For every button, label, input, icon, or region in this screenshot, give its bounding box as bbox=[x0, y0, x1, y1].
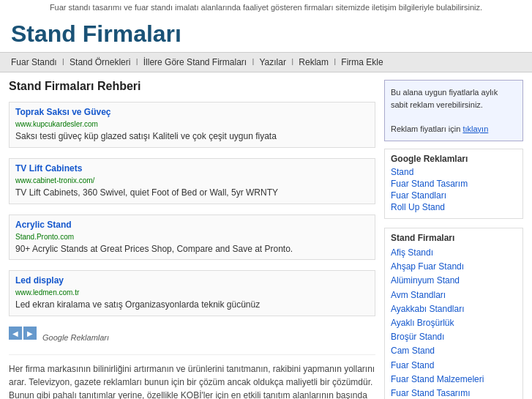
ad-block-4: Led display www.ledmen.com.tr Led ekran … bbox=[9, 270, 375, 316]
ad-3-desc: 90+ Acrylic Stands at Great Prices Shop,… bbox=[15, 243, 369, 256]
ad-1-title-row: Toprak Saksı ve Güveç www.kupcukardesler… bbox=[15, 107, 369, 129]
ad-block-2: TV Lift Cabinets www.cabinet-tronix.com/… bbox=[9, 158, 375, 204]
google-ads-label: Google Reklamları bbox=[42, 333, 109, 342]
right-google-ads-title: Google Reklamları bbox=[391, 154, 517, 164]
promo-link[interactable]: tıklayın bbox=[462, 124, 488, 133]
ad-4-desc: Led ekran kiralama ve satış Organizasyon… bbox=[15, 299, 369, 311]
ads-footer: ◀ ▶ Google Reklamları bbox=[9, 327, 375, 346]
prev-arrow-button[interactable]: ◀ bbox=[9, 327, 22, 340]
sf-link-7[interactable]: Broşür Standı bbox=[391, 330, 517, 344]
sf-link-5[interactable]: Ayakkabı Standları bbox=[391, 302, 517, 316]
right-ad-link-2[interactable]: Fuar Stand Tasarım bbox=[391, 179, 517, 189]
next-arrow-button[interactable]: ▶ bbox=[23, 327, 37, 340]
nav-item-illere-gore[interactable]: İllere Göre Stand Firmaları bbox=[143, 57, 247, 67]
ad-1-url[interactable]: www.kupcukardesler.com bbox=[15, 120, 98, 128]
nav-sep-1: I bbox=[62, 57, 64, 67]
sf-link-11[interactable]: Fuar Stand Tasarımı bbox=[391, 387, 517, 399]
left-column: Stand Firmaları Rehberi Toprak Saksı ve … bbox=[9, 80, 375, 399]
ad-1-title-link[interactable]: Toprak Saksı ve Güveç bbox=[15, 107, 369, 117]
promo-box: Bu alana uygun fiyatlarla aylık sabit re… bbox=[384, 80, 523, 141]
nav-item-firma-ekle[interactable]: Firma Ekle bbox=[341, 57, 383, 67]
ad-2-url[interactable]: www.cabinet-tronix.com/ bbox=[15, 176, 94, 184]
right-column: Bu alana uygun fiyatlarla aylık sabit re… bbox=[384, 80, 523, 399]
ad-1-desc: Saksı testi güveç küp glazed satışı Kali… bbox=[15, 130, 369, 143]
ad-2-desc: TV Lift Cabinets, 360 Swivel, quiet Foot… bbox=[15, 187, 369, 199]
sf-link-9[interactable]: Fuar Stand bbox=[391, 359, 517, 373]
sf-link-8[interactable]: Cam Stand bbox=[391, 344, 517, 358]
stand-firmalari-box: Stand Firmaları Afiş Standı Ahşap Fuar S… bbox=[384, 228, 523, 399]
nav-sep-4: I bbox=[291, 57, 293, 67]
ad-3-url[interactable]: Stand.Pronto.com bbox=[15, 233, 74, 241]
ad-block-1: Toprak Saksı ve Güveç www.kupcukardesler… bbox=[9, 102, 375, 148]
nav-bar: Fuar Standı I Stand Örnekleri I İllere G… bbox=[0, 53, 532, 72]
main-layout: Stand Firmaları Rehberi Toprak Saksı ve … bbox=[0, 72, 532, 399]
promo-text1: Bu alana uygun fiyatlarla aylık sabit re… bbox=[391, 88, 498, 109]
sf-link-3[interactable]: Alüminyum Stand bbox=[391, 274, 517, 288]
sf-link-6[interactable]: Ayaklı Broşürlük bbox=[391, 316, 517, 330]
nav-item-yazilar[interactable]: Yazılar bbox=[260, 57, 286, 67]
promo-text2: Reklam fiyatları için bbox=[391, 124, 462, 133]
ad-block-3: Acrylic Stand Stand.Pronto.com 90+ Acryl… bbox=[9, 215, 375, 261]
right-google-ads-box: Google Reklamları Stand Fuar Stand Tasar… bbox=[384, 149, 523, 219]
nav-item-fuar-standi[interactable]: Fuar Standı bbox=[11, 57, 57, 67]
nav-arrows: ◀ ▶ bbox=[9, 327, 37, 340]
top-tagline: Fuar standı tasarımı ve fuar standı imal… bbox=[0, 0, 532, 15]
sf-link-4[interactable]: Avm Standları bbox=[391, 288, 517, 302]
nav-sep-5: I bbox=[334, 57, 336, 67]
article-text: Her firma markasının bilinirliğini artır… bbox=[9, 354, 375, 399]
ad-3-title-link[interactable]: Acrylic Stand bbox=[15, 220, 369, 230]
site-title: Stand Firmaları bbox=[0, 15, 532, 53]
nav-item-reklam[interactable]: Reklam bbox=[299, 57, 329, 67]
ad-4-url[interactable]: www.ledmen.com.tr bbox=[15, 288, 79, 297]
right-ad-link-3[interactable]: Fuar Standları bbox=[391, 190, 517, 201]
ad-4-title-row: Led display www.ledmen.com.tr bbox=[15, 275, 369, 297]
nav-sep-2: I bbox=[135, 57, 138, 67]
sf-link-10[interactable]: Fuar Stand Malzemeleri bbox=[391, 373, 517, 387]
ad-3-title-row: Acrylic Stand Stand.Pronto.com bbox=[15, 220, 369, 242]
nav-item-stand-ornekleri[interactable]: Stand Örnekleri bbox=[70, 57, 130, 67]
stand-firmalari-title: Stand Firmaları bbox=[391, 233, 517, 243]
section-title: Stand Firmaları Rehberi bbox=[9, 80, 375, 93]
right-ad-link-1[interactable]: Stand bbox=[391, 167, 517, 177]
sf-link-1[interactable]: Afiş Standı bbox=[391, 246, 517, 260]
ad-2-title-link[interactable]: TV Lift Cabinets bbox=[15, 163, 369, 174]
sf-link-2[interactable]: Ahşap Fuar Standı bbox=[391, 260, 517, 274]
nav-sep-3: I bbox=[252, 57, 254, 67]
ad-2-title-row: TV Lift Cabinets www.cabinet-tronix.com/ bbox=[15, 163, 369, 185]
right-ad-link-4[interactable]: Roll Up Stand bbox=[391, 202, 517, 212]
ad-4-title-link[interactable]: Led display bbox=[15, 275, 369, 286]
